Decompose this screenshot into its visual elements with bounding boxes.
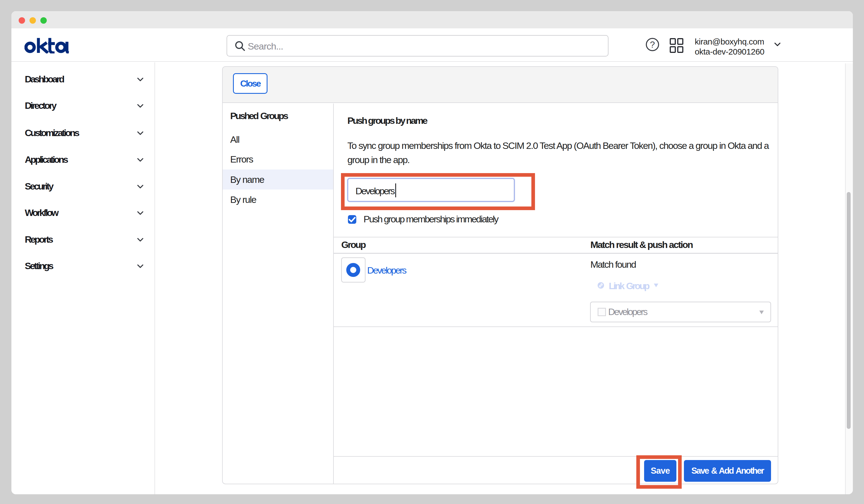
svg-text:?: ? xyxy=(650,39,655,49)
